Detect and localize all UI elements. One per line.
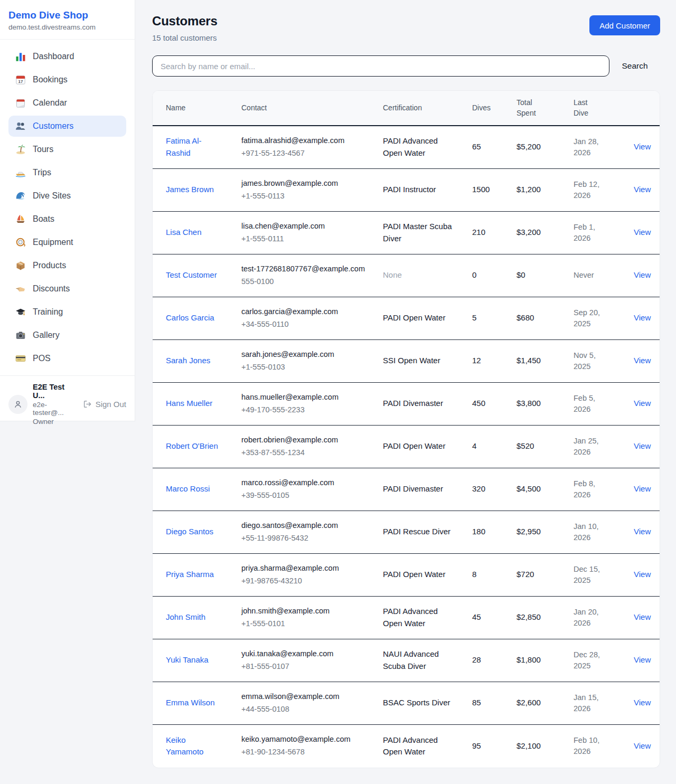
table-row: Lisa Chenlisa.chen@example.com+1-555-011… — [153, 212, 660, 254]
customer-last-dive: Nov 5, 2025 — [565, 343, 621, 380]
customer-name-link[interactable]: Sarah Jones — [153, 347, 233, 374]
customer-actions: View — [621, 476, 660, 503]
table-row: John Smithjohn.smith@example.com+1-555-0… — [153, 597, 660, 639]
sidebar-item-tours[interactable]: Tours — [8, 139, 126, 160]
shop-domain: demo.test.divestreams.com — [8, 23, 126, 31]
customer-name-link[interactable]: Priya Sharma — [153, 561, 233, 588]
customer-name-link[interactable]: Robert O'Brien — [153, 433, 233, 460]
view-link[interactable]: View — [634, 698, 651, 707]
page-title: Customers — [152, 14, 218, 29]
customer-total-spent: $3,200 — [508, 219, 565, 246]
customer-total-spent: $1,200 — [508, 176, 565, 203]
customer-dives: 28 — [464, 647, 508, 674]
view-link[interactable]: View — [634, 612, 651, 621]
customer-actions: View — [621, 518, 660, 545]
customer-name-link[interactable]: Hans Mueller — [153, 390, 233, 417]
sidebar-item-boats[interactable]: Boats — [8, 209, 126, 230]
sidebar-item-label: Bookings — [33, 75, 68, 84]
view-link[interactable]: View — [634, 484, 651, 493]
sidebar-item-pos[interactable]: POS — [8, 348, 126, 369]
customer-actions: View — [621, 604, 660, 631]
user-name: E2E Test U... — [33, 383, 78, 400]
customer-last-dive: Feb 5, 2026 — [565, 385, 621, 422]
customer-email: priya.sharma@example.com — [241, 563, 366, 574]
customer-name-link[interactable]: Lisa Chen — [153, 219, 233, 246]
user-info: E2E Test U... e2e-tester@... Owner — [33, 383, 78, 426]
customer-certification: PADI Advanced Open Water — [374, 128, 464, 166]
table-row: Sarah Jonessarah.jones@example.com+1-555… — [153, 340, 660, 383]
customer-name-link[interactable]: Diego Santos — [153, 518, 233, 545]
customer-dives: 65 — [464, 134, 508, 160]
view-link[interactable]: View — [634, 356, 651, 365]
customer-contact: priya.sharma@example.com+91-98765-43210 — [233, 555, 374, 594]
sidebar-item-bookings[interactable]: 17Bookings — [8, 69, 126, 90]
sidebar-item-gallery[interactable]: Gallery — [8, 325, 126, 346]
sign-out-label: Sign Out — [96, 400, 126, 409]
view-link[interactable]: View — [634, 228, 651, 237]
view-link[interactable]: View — [634, 142, 651, 151]
customer-count: 15 total customers — [152, 33, 218, 42]
view-link[interactable]: View — [634, 570, 651, 579]
table-row: Emma Wilsonemma.wilson@example.com+44-55… — [153, 682, 660, 725]
search-input[interactable] — [152, 55, 609, 77]
sidebar-item-trips[interactable]: Trips — [8, 162, 126, 183]
training-icon — [15, 307, 26, 317]
customer-actions: View — [621, 176, 660, 203]
customer-total-spent: $720 — [508, 561, 565, 588]
customer-email: keiko.yamamoto@example.com — [241, 734, 366, 745]
view-link[interactable]: View — [634, 399, 651, 408]
customer-certification: BSAC Sports Diver — [374, 689, 464, 716]
customer-name-link[interactable]: Marco Rossi — [153, 476, 233, 503]
table-row: Hans Muellerhans.mueller@example.com+49-… — [153, 383, 660, 426]
add-customer-button[interactable]: Add Customer — [589, 15, 660, 35]
customer-last-dive: Feb 1, 2026 — [565, 214, 621, 251]
table-row: Keiko Yamamotokeiko.yamamoto@example.com… — [153, 725, 660, 768]
customer-contact: hans.mueller@example.com+49-170-555-2233 — [233, 384, 374, 423]
view-link[interactable]: View — [634, 270, 651, 279]
customer-last-dive: Jan 25, 2026 — [565, 428, 621, 465]
sidebar-item-training[interactable]: Training — [8, 301, 126, 323]
customer-name-link[interactable]: John Smith — [153, 604, 233, 631]
sidebar-item-label: Equipment — [33, 238, 73, 247]
customer-contact: emma.wilson@example.com+44-555-0108 — [233, 684, 374, 723]
customers-table: NameContactCertificationDivesTotal Spent… — [152, 90, 660, 768]
customer-total-spent: $2,600 — [508, 689, 565, 716]
user-avatar-icon — [13, 400, 23, 409]
customer-name-link[interactable]: Carlos Garcia — [153, 305, 233, 332]
table-row: Priya Sharmapriya.sharma@example.com+91-… — [153, 554, 660, 597]
bookings-icon: 17 — [15, 74, 26, 85]
table-row: Robert O'Brienrobert.obrien@example.com+… — [153, 426, 660, 468]
customer-name-link[interactable]: Test Customer — [153, 262, 233, 289]
customer-dives: 0 — [464, 262, 508, 289]
sidebar-item-calendar[interactable]: Calendar — [8, 92, 126, 114]
view-link[interactable]: View — [634, 527, 651, 536]
customer-total-spent: $3,800 — [508, 390, 565, 417]
customer-name-link[interactable]: Fatima Al-Rashid — [153, 128, 233, 166]
sidebar-nav: Dashboard17BookingsCalendarCustomersTour… — [0, 40, 135, 375]
customer-name-link[interactable]: Keiko Yamamoto — [153, 727, 233, 766]
sidebar-item-discounts[interactable]: Discounts — [8, 278, 126, 299]
view-link[interactable]: View — [634, 185, 651, 194]
sidebar-item-label: Boats — [33, 214, 54, 224]
customer-actions: View — [621, 647, 660, 674]
sidebar-item-dashboard[interactable]: Dashboard — [8, 46, 126, 67]
customer-name-link[interactable]: Yuki Tanaka — [153, 647, 233, 674]
customer-last-dive: Jan 15, 2026 — [565, 685, 621, 722]
sidebar-item-customers[interactable]: Customers — [8, 116, 126, 137]
customer-dives: 1500 — [464, 176, 508, 203]
search-button[interactable]: Search — [609, 61, 660, 71]
customer-dives: 180 — [464, 518, 508, 545]
view-link[interactable]: View — [634, 655, 651, 664]
customer-name-link[interactable]: Emma Wilson — [153, 689, 233, 716]
sidebar-item-dive-sites[interactable]: Dive Sites — [8, 185, 126, 206]
sign-out-button[interactable]: Sign Out — [83, 400, 126, 409]
customer-name-link[interactable]: James Brown — [153, 176, 233, 203]
view-link[interactable]: View — [634, 441, 651, 450]
sidebar-item-products[interactable]: Products — [8, 255, 126, 276]
equipment-icon — [15, 237, 26, 248]
sidebar-item-equipment[interactable]: Equipment — [8, 232, 126, 253]
view-link[interactable]: View — [634, 741, 651, 750]
view-link[interactable]: View — [634, 313, 651, 322]
column-header-actions — [621, 101, 660, 114]
customer-certification: PADI Divemaster — [374, 476, 464, 503]
